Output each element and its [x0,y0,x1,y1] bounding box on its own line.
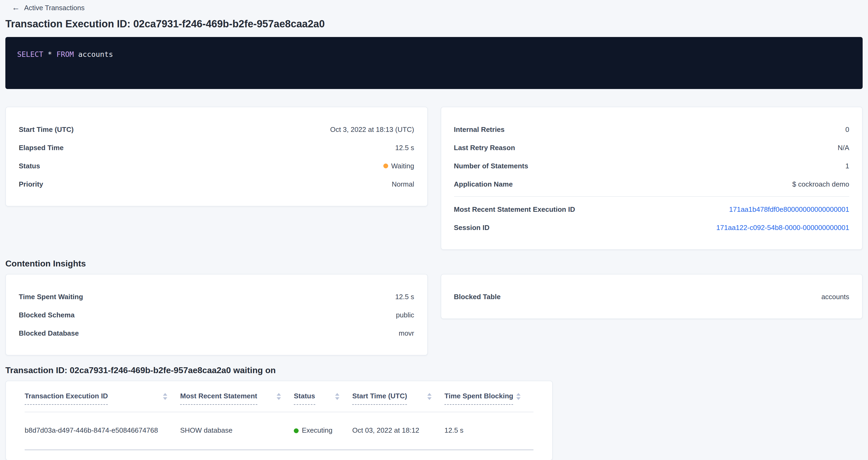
column-header-label: Time Spent Blocking [444,392,513,405]
row-label: Session ID [454,223,490,231]
sort-icon[interactable] [335,393,339,400]
summary-row-elapsed-time: Elapsed Time 12.5 s [19,138,414,157]
sql-statement-box: SELECT * FROM accounts [5,37,863,89]
row-value: movr [399,329,414,337]
sort-icon[interactable] [277,393,281,400]
executing-status-dot-icon [294,428,299,433]
overview-card-left: Start Time (UTC) Oct 3, 2022 at 18:13 (U… [5,107,428,206]
column-header-label: Most Recent Statement [180,392,257,405]
sort-icon[interactable] [163,393,167,400]
contention-card-left: Time Spent Waiting 12.5 s Blocked Schema… [5,274,428,356]
table-row: b8d7d03a-d497-446b-8474-e50846674768 SHO… [25,412,533,450]
row-value: N/A [838,144,849,151]
row-label: Blocked Table [454,293,500,301]
summary-row-statement-execution-id: Most Recent Statement Execution ID 171aa… [454,200,849,218]
summary-row-session-id: Session ID 171aa122-c092-54b8-0000-00000… [454,218,849,237]
contention-cards-row: Time Spent Waiting 12.5 s Blocked Schema… [5,274,863,356]
row-label: Application Name [454,180,513,188]
row-value: 0 [845,125,849,133]
card-divider [454,196,849,197]
row-value: Oct 3, 2022 at 18:13 (UTC) [330,125,414,133]
row-label: Number of Statements [454,162,528,170]
cell-most-recent-statement: SHOW database [180,426,294,435]
back-to-active-transactions-link[interactable]: ← Active Transactions [12,3,85,12]
row-value: accounts [822,293,849,301]
row-value: public [396,311,414,319]
sql-keyword: SELECT [17,50,43,58]
summary-row-last-retry-reason: Last Retry Reason N/A [454,138,849,157]
cell-time-spent-blocking: 12.5 s [444,426,533,435]
row-value: 12.5 s [395,144,414,151]
row-value: $ cockroach demo [793,180,849,188]
column-header-transaction-execution-id[interactable]: Transaction Execution ID [25,392,180,405]
sql-keyword: FROM [56,50,74,58]
status-text: Executing [302,426,332,435]
summary-row-blocked-table: Blocked Table accounts [454,287,849,306]
session-id-link[interactable]: 171aa122-c092-54b8-0000-000000000001 [716,223,849,231]
summary-row-status: Status Waiting [19,157,414,175]
column-header-status[interactable]: Status [294,392,352,405]
summary-row-internal-retries: Internal Retries 0 [454,120,849,138]
column-header-label: Start Time (UTC) [352,392,407,405]
row-label: Blocked Schema [19,311,74,319]
back-arrow-icon: ← [12,4,20,11]
status-badge: Waiting [383,162,414,170]
waiting-on-table: Transaction Execution ID Most Recent Sta… [5,381,553,460]
page-title: Transaction Execution ID: 02ca7931-f246-… [5,18,863,31]
row-label: Elapsed Time [19,144,64,151]
summary-row-application-name: Application Name $ cockroach demo [454,175,849,193]
contention-card-right: Blocked Table accounts [440,274,863,319]
waiting-status-dot-icon [383,163,388,168]
sort-icon[interactable] [427,393,432,400]
cell-start-time: Oct 03, 2022 at 18:12 [352,426,444,435]
sql-statement: SELECT * FROM accounts [17,50,851,59]
column-header-start-time[interactable]: Start Time (UTC) [352,392,444,405]
overview-card-right: Internal Retries 0 Last Retry Reason N/A… [440,107,863,250]
back-link-label: Active Transactions [24,3,85,11]
summary-row-number-of-statements: Number of Statements 1 [454,157,849,175]
statement-execution-id-link[interactable]: 171aa1b478fdf0e80000000000000001 [729,205,849,213]
row-label: Status [19,162,40,170]
summary-row-time-spent-waiting: Time Spent Waiting 12.5 s [19,287,414,306]
row-value: 12.5 s [395,293,414,301]
overview-cards-row: Start Time (UTC) Oct 3, 2022 at 18:13 (U… [5,107,863,250]
sort-icon[interactable] [516,393,521,400]
cell-transaction-execution-id: b8d7d03a-d497-446b-8474-e50846674768 [25,426,180,435]
summary-row-blocked-database: Blocked Database movr [19,324,414,342]
waiting-on-heading: Transaction ID: 02ca7931-f246-469b-b2fe-… [5,365,863,376]
column-header-label: Status [294,392,315,405]
sql-text: * [48,50,52,58]
row-label: Time Spent Waiting [19,293,83,301]
column-header-time-spent-blocking[interactable]: Time Spent Blocking [444,392,533,405]
row-value: Normal [392,180,414,188]
column-header-most-recent-statement[interactable]: Most Recent Statement [180,392,294,405]
column-header-label: Transaction Execution ID [25,392,108,405]
table-header-row: Transaction Execution ID Most Recent Sta… [25,392,533,412]
transaction-details-page: ← Active Transactions Transaction Execut… [0,0,868,460]
row-label: Last Retry Reason [454,144,515,151]
sql-text: accounts [78,50,113,58]
cell-status: Executing [294,426,352,435]
row-label: Most Recent Statement Execution ID [454,205,575,213]
contention-insights-heading: Contention Insights [5,258,863,269]
summary-row-blocked-schema: Blocked Schema public [19,306,414,324]
summary-row-start-time: Start Time (UTC) Oct 3, 2022 at 18:13 (U… [19,120,414,138]
row-label: Start Time (UTC) [19,125,74,133]
row-label: Internal Retries [454,125,504,133]
summary-row-priority: Priority Normal [19,175,414,193]
row-label: Priority [19,180,43,188]
row-value: 1 [845,162,849,170]
row-label: Blocked Database [19,329,79,337]
status-text: Waiting [391,162,414,170]
